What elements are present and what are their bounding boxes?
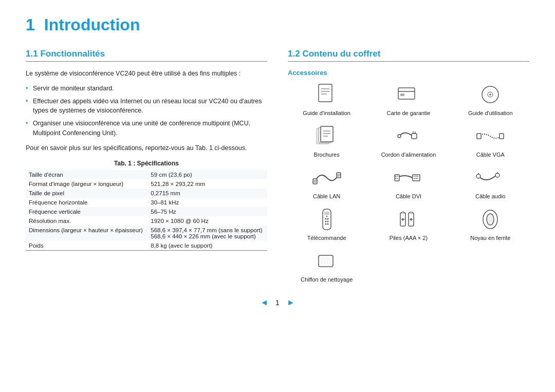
accessory-item-brochures: Brochures xyxy=(288,123,365,158)
feature-list: Servir de moniteur standard.Effectuer de… xyxy=(26,84,267,138)
spec-label: Taille de pixel xyxy=(26,189,147,198)
page-title: 1Introduction xyxy=(26,15,529,34)
right-column: 1.2 Contenu du coffret Accessoires Guide… xyxy=(288,49,529,283)
svg-point-19 xyxy=(398,135,401,138)
spec-value: 30–81 kHz xyxy=(147,198,267,207)
svg-point-48 xyxy=(325,218,326,220)
accessory-label-audio-cable: Câble audio xyxy=(475,193,506,199)
svg-rect-6 xyxy=(400,94,404,96)
remote-icon xyxy=(310,207,343,232)
document-icon xyxy=(310,82,343,107)
svg-point-31 xyxy=(395,176,396,177)
accessory-item-dvi-cable: Câble DVI xyxy=(369,165,447,199)
disc-icon xyxy=(474,82,507,107)
accessory-label-lan-cable: Câble LAN xyxy=(313,193,340,199)
svg-rect-56 xyxy=(402,212,404,213)
page-number: 1 xyxy=(275,298,280,307)
accessories-grid: Guide d'installation Carte de garantie G… xyxy=(288,82,529,283)
cloth-icon xyxy=(310,248,343,274)
spec-value: 59 cm (23,6 po) xyxy=(147,170,267,179)
table-row: Format d'image (largeur × longueur)521,2… xyxy=(26,179,267,189)
accessory-label-cloth: Chiffon de nettoyage xyxy=(301,276,353,283)
papers-icon xyxy=(310,123,343,149)
svg-point-34 xyxy=(397,178,398,179)
accessory-label-batteries: Piles (AAA × 2) xyxy=(390,235,428,241)
svg-point-33 xyxy=(395,178,396,179)
svg-point-54 xyxy=(326,216,327,217)
accessory-item-batteries: Piles (AAA × 2) xyxy=(369,207,447,241)
spec-value: 8,8 kg (avec le support) xyxy=(147,241,267,251)
spec-label: Résolution max. xyxy=(26,216,147,226)
accessory-label-install-guide: Guide d'installation xyxy=(303,110,350,116)
table-row: Taille de pixel0,2715 mm xyxy=(26,189,267,198)
next-page-arrow[interactable]: ► xyxy=(287,298,295,307)
accessory-item-warranty-card: Carte de garantie xyxy=(369,82,447,116)
spec-label: Format d'image (largeur × longueur) xyxy=(26,179,147,189)
svg-rect-4 xyxy=(398,88,415,99)
power-cable-icon xyxy=(392,123,425,149)
svg-point-39 xyxy=(414,178,415,179)
feature-bullet: Organiser une visioconférence via une un… xyxy=(26,119,267,138)
specs-table: Taille d'écran59 cm (23,6 po)Format d'im… xyxy=(26,170,267,251)
section-1-1-title: 1.1 Fonctionnalités xyxy=(26,49,267,62)
chapter-number: 1 xyxy=(26,15,35,34)
section-1-2-title: 1.2 Contenu du coffret xyxy=(288,49,529,62)
svg-rect-0 xyxy=(319,84,332,102)
svg-point-36 xyxy=(414,176,415,177)
intro-text: Le système de visioconférence VC240 peut… xyxy=(26,69,267,79)
accessories-title: Accessoires xyxy=(288,69,529,77)
svg-point-40 xyxy=(416,178,417,179)
spec-label: Fréquence verticale xyxy=(26,207,147,216)
table-row: Poids8,8 kg (avec le support) xyxy=(26,241,267,251)
accessory-label-ferrite: Noyau en ferrite xyxy=(470,235,510,241)
svg-point-41 xyxy=(417,178,418,179)
table-row: Fréquence verticale56–75 Hz xyxy=(26,207,267,216)
specs-table-container: Tab. 1 : Spécifications Taille d'écran59… xyxy=(26,160,267,251)
svg-point-44 xyxy=(495,173,499,177)
svg-point-37 xyxy=(416,176,417,177)
left-column: 1.1 Fonctionnalités Le système de visioc… xyxy=(26,49,267,251)
accessory-label-warranty-card: Carte de garantie xyxy=(386,110,430,116)
spec-value: 568,6 × 397,4 × 77,7 mm (sans le support… xyxy=(147,226,267,241)
accessory-label-brochures: Brochures xyxy=(314,152,340,158)
batteries-icon xyxy=(392,207,425,232)
svg-rect-60 xyxy=(410,212,412,213)
accessory-label-vga-cable: Câble VGA xyxy=(476,152,505,158)
spec-value: 56–75 Hz xyxy=(147,207,267,216)
ferrite-icon xyxy=(474,207,507,232)
tab-reference: Pour en savoir plus sur les spécificatio… xyxy=(26,143,267,153)
svg-rect-12 xyxy=(321,126,333,142)
accessory-label-dvi-cable: Câble DVI xyxy=(396,193,421,199)
table-row: Dimensions (largeur × hauteur × épaisseu… xyxy=(26,226,267,241)
svg-rect-47 xyxy=(324,212,329,215)
accessory-item-user-guide: Guide d'utilisation xyxy=(452,82,529,116)
svg-point-42 xyxy=(476,174,480,178)
svg-point-49 xyxy=(327,218,328,220)
svg-point-9 xyxy=(489,94,491,96)
spec-value: 0,2715 mm xyxy=(147,189,267,198)
table-row: Fréquence horizontale30–81 kHz xyxy=(26,198,267,207)
spec-label: Dimensions (largeur × hauteur × épaisseu… xyxy=(26,226,147,241)
accessory-label-remote: Télécommande xyxy=(307,235,346,241)
prev-page-arrow[interactable]: ◄ xyxy=(260,298,268,307)
accessory-item-power-cord: Cordon d'alimentation xyxy=(369,123,447,158)
svg-point-38 xyxy=(417,176,418,177)
accessory-label-user-guide: Guide d'utilisation xyxy=(468,110,513,116)
table-caption: Tab. 1 : Spécifications xyxy=(26,160,267,167)
svg-point-50 xyxy=(325,221,326,222)
svg-rect-30 xyxy=(395,175,399,181)
accessory-item-cloth: Chiffon de nettoyage xyxy=(288,248,365,283)
accessory-item-remote: Télécommande xyxy=(288,207,365,241)
accessory-item-audio-cable: Câble audio xyxy=(452,165,529,199)
svg-point-64 xyxy=(487,214,494,225)
accessory-label-power-cord: Cordon d'alimentation xyxy=(381,152,436,158)
audio-cable-icon xyxy=(474,165,507,191)
spec-label: Poids xyxy=(26,241,147,251)
vga-cable-icon xyxy=(474,123,507,149)
feature-bullet: Effectuer des appels vidéo via Internet … xyxy=(26,97,267,116)
pagination: ◄ 1 ► xyxy=(26,298,529,307)
accessory-item-lan-cable: Câble LAN xyxy=(288,165,365,199)
svg-rect-21 xyxy=(499,134,504,139)
lan-cable-icon xyxy=(310,165,343,191)
accessory-item-ferrite: Noyau en ferrite xyxy=(452,207,529,241)
